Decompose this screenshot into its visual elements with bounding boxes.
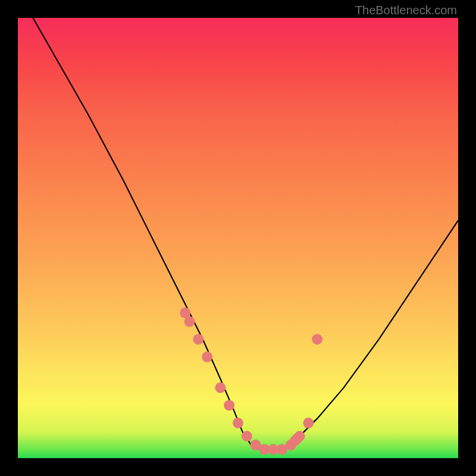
highlight-dot	[202, 352, 212, 362]
highlight-dot	[215, 383, 226, 393]
highlight-dot	[295, 431, 305, 441]
highlight-dots	[180, 308, 322, 455]
highlight-dot	[184, 317, 195, 327]
chart-svg	[18, 18, 458, 458]
highlight-dot	[312, 334, 322, 345]
highlight-dot	[224, 400, 234, 411]
highlight-dot	[242, 431, 252, 441]
watermark-text: TheBottleneck.com	[355, 4, 457, 17]
highlight-dot	[233, 418, 243, 428]
bottleneck-curve	[18, 18, 458, 449]
plot-area	[18, 18, 458, 458]
highlight-dot	[303, 418, 314, 428]
chart-frame: TheBottleneck.com	[0, 0, 476, 476]
highlight-dot	[193, 334, 203, 345]
